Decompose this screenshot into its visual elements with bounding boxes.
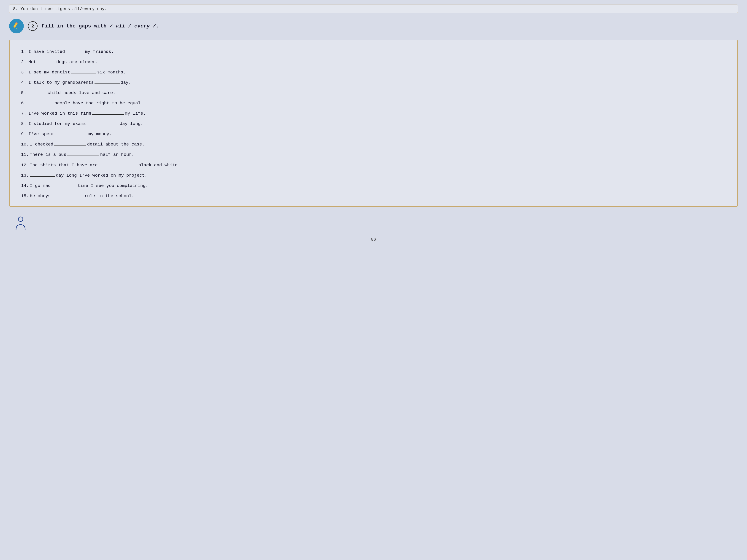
blank[interactable] <box>99 161 137 166</box>
list-item: 14. I go mad time I see you complaining. <box>21 181 728 189</box>
item-number: 13. <box>21 172 29 179</box>
item-number: 12. <box>21 162 29 168</box>
blank[interactable] <box>66 47 84 53</box>
person-icon <box>14 216 27 233</box>
list-item: 3. I see my dentist six months. <box>21 68 728 76</box>
item-number: 10. <box>21 141 29 148</box>
item-number: 15. <box>21 193 29 199</box>
svg-marker-1 <box>17 27 18 29</box>
item-number: 9. <box>21 131 27 137</box>
list-item: 12. The shirts that I have are black and… <box>21 161 728 168</box>
instruction-row: 2 Fill in the gaps with / all / every /. <box>9 19 738 33</box>
instruction-text: Fill in the gaps with / all / every /. <box>42 23 159 29</box>
list-item: 9. I've spent my money. <box>21 130 728 138</box>
item-number: 14. <box>21 182 29 189</box>
item-number: 5. <box>21 89 27 96</box>
item-number: 7. <box>21 110 27 117</box>
list-item: 6. people have the right to be equal. <box>21 99 728 107</box>
page-number: 86 <box>9 237 738 242</box>
footer-area: 86 <box>9 214 738 242</box>
task-badge: 2 <box>28 21 37 31</box>
top-sentence: 8. You don't see tigers all/every day. <box>9 5 738 13</box>
list-item: 5. child needs love and care. <box>21 88 728 96</box>
list-item: 2. Not dogs are clever. <box>21 57 728 65</box>
list-item: 10. I checked detail about the case. <box>21 140 728 148</box>
blank[interactable] <box>51 181 77 187</box>
pencil-svg <box>12 22 21 30</box>
pencil-icon <box>9 19 24 33</box>
blank[interactable] <box>28 88 47 94</box>
item-number: 4. <box>21 79 27 86</box>
instruction-with: with <box>94 23 107 29</box>
blank[interactable] <box>51 191 83 197</box>
task-number: 2 <box>31 24 34 29</box>
item-number: 8. <box>21 120 27 127</box>
list-item: 7. I've worked in this firm my life. <box>21 109 728 117</box>
list-item: 15. He obeys rule in the school. <box>21 191 728 199</box>
svg-point-4 <box>18 217 23 221</box>
blank[interactable] <box>87 119 119 125</box>
blank[interactable] <box>28 99 54 104</box>
item-number: 3. <box>21 69 27 76</box>
item-number: 1. <box>21 48 27 55</box>
list-item: 13. day long I've worked on my project. <box>21 171 728 179</box>
exercise-list: 1. I have invited my friends. 2. Not dog… <box>21 47 728 199</box>
list-item: 11. There is a bus half an hour. <box>21 150 728 158</box>
item-number: 11. <box>21 151 29 158</box>
instruction-options: / all / every /. <box>110 23 159 29</box>
blank[interactable] <box>37 57 55 63</box>
blank[interactable] <box>92 109 124 115</box>
blank[interactable] <box>95 78 120 84</box>
blank[interactable] <box>55 130 87 135</box>
blank[interactable] <box>67 150 99 156</box>
blank[interactable] <box>30 171 55 177</box>
list-item: 8. I studied for my exams day long. <box>21 119 728 127</box>
item-number: 2. <box>21 58 27 65</box>
list-item: 4. I talk to my grandparents day. <box>21 78 728 86</box>
item-number: 6. <box>21 100 27 107</box>
blank[interactable] <box>71 68 96 74</box>
list-item: 1. I have invited my friends. <box>21 47 728 55</box>
exercise-box: 1. I have invited my friends. 2. Not dog… <box>9 40 738 207</box>
blank[interactable] <box>54 140 86 146</box>
